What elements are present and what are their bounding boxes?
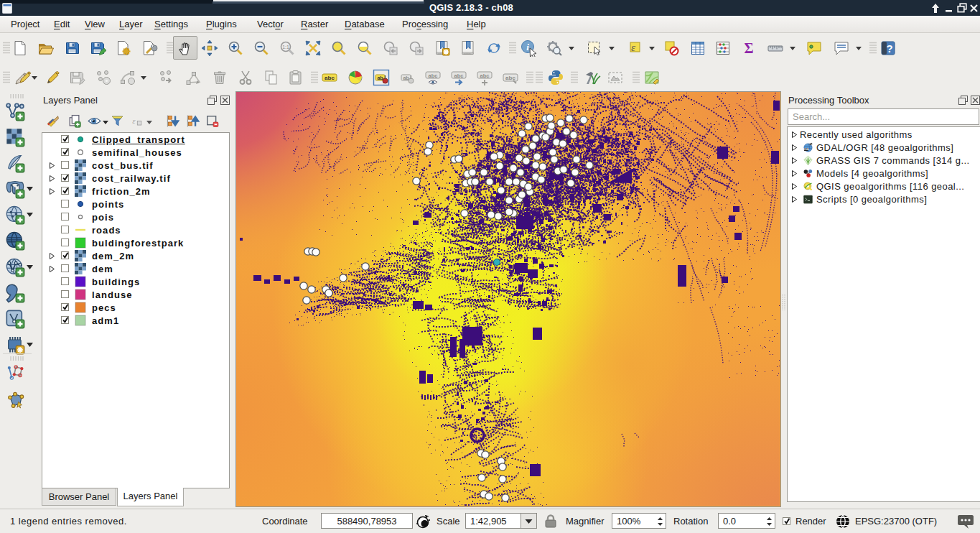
svg-text:ε: ε: [631, 42, 635, 53]
svg-text:abc: abc: [505, 75, 515, 81]
svg-text:abc: abc: [480, 72, 490, 78]
svg-text:abc: abc: [454, 72, 464, 78]
svg-text:i: i: [526, 42, 529, 52]
svg-text:1:1: 1:1: [282, 45, 289, 50]
svg-text:abc: abc: [325, 75, 335, 81]
svg-text:ab: ab: [377, 75, 383, 80]
svg-text:ab: ab: [403, 75, 409, 80]
svg-text:GDAL: GDAL: [803, 148, 809, 151]
svg-text:ε: ε: [132, 116, 136, 125]
svg-text:?: ?: [886, 42, 892, 55]
svg-text:abc: abc: [429, 72, 438, 78]
svg-text:Σ: Σ: [744, 40, 753, 56]
